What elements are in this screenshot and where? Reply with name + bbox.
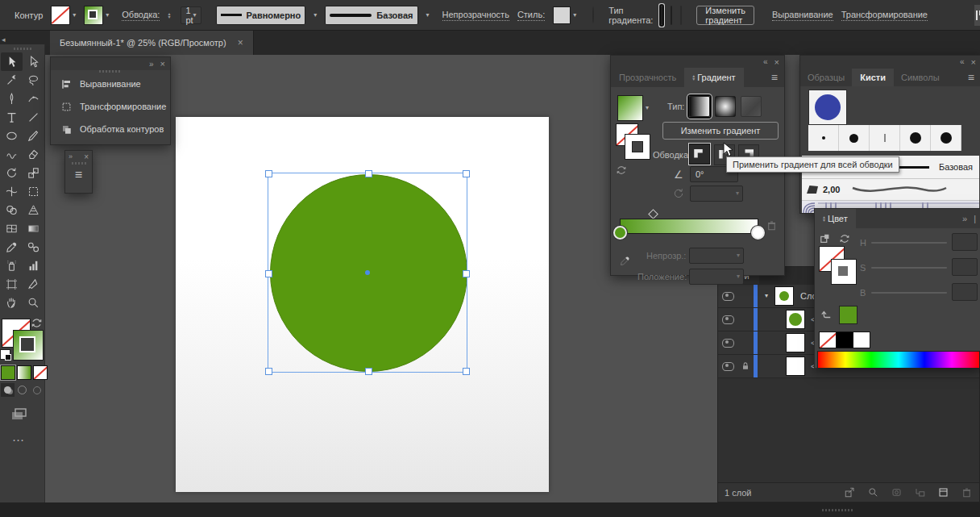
gradient-midpoint-marker[interactable] xyxy=(648,209,658,219)
brush-calligraphic-4[interactable] xyxy=(900,125,931,151)
gradient-type-radial-button[interactable] xyxy=(715,96,736,117)
close-icon[interactable]: × xyxy=(774,57,779,67)
locate-object-icon[interactable] xyxy=(867,486,879,498)
gradient-type-linear-button[interactable] xyxy=(689,96,710,117)
collapse-icon[interactable]: » xyxy=(962,214,967,223)
paint-none-button[interactable] xyxy=(33,365,48,380)
tool-column-graph[interactable] xyxy=(23,256,44,275)
saturation-value-input[interactable] xyxy=(952,258,978,276)
tool-eyedropper[interactable] xyxy=(1,238,23,256)
draw-normal-button[interactable] xyxy=(1,383,15,397)
stroke-weight-stepper[interactable] xyxy=(168,12,170,19)
tool-magic-wand[interactable] xyxy=(1,71,23,90)
swap-fill-stroke-icon[interactable] xyxy=(616,165,627,176)
tab-swatches[interactable]: Образцы xyxy=(800,69,852,86)
stroke-weight-dropdown[interactable]: 1 pt ▾ xyxy=(181,6,201,24)
stroke-proxy[interactable] xyxy=(831,259,857,285)
tool-blend[interactable] xyxy=(23,238,44,256)
variable-width-dropdown[interactable]: Равномерно xyxy=(216,6,306,25)
edit-gradient-button[interactable]: Изменить градиент xyxy=(662,122,779,140)
brush-profile-dropdown[interactable]: Базовая xyxy=(325,6,417,25)
collect-export-icon[interactable] xyxy=(844,486,856,498)
collapse-icon[interactable]: « xyxy=(763,57,768,66)
opacity-link[interactable]: Непрозрачность xyxy=(442,10,509,21)
transform-link[interactable]: Трансформирование xyxy=(841,10,928,21)
white-swatch[interactable] xyxy=(853,331,870,348)
chevron-down-icon[interactable]: ▾ xyxy=(106,12,109,19)
dock-grip[interactable] xyxy=(822,509,854,511)
layer-thumbnail[interactable] xyxy=(786,333,805,352)
tool-rotate[interactable] xyxy=(1,164,23,182)
tool-type[interactable] xyxy=(1,108,23,127)
tool-curvature[interactable] xyxy=(23,90,44,108)
selection-handle[interactable] xyxy=(463,368,470,375)
artboard[interactable] xyxy=(176,117,549,492)
tab-color[interactable]: Цвет xyxy=(815,209,856,228)
tool-pen[interactable] xyxy=(1,90,23,108)
tool-scale[interactable] xyxy=(23,164,44,182)
style-label[interactable]: Стиль: xyxy=(517,10,545,21)
selection-handle[interactable] xyxy=(463,170,470,177)
tool-selection[interactable] xyxy=(1,52,23,71)
brush-calligraphic-3[interactable] xyxy=(870,125,900,151)
close-icon[interactable]: × xyxy=(971,57,976,67)
tool-free-transform[interactable] xyxy=(23,182,44,201)
visibility-toggle[interactable] xyxy=(718,292,737,301)
color-spectrum-bar[interactable] xyxy=(817,351,980,369)
brush-calligraphic-2[interactable] xyxy=(839,125,870,151)
recolor-artwork-icon[interactable] xyxy=(592,6,594,23)
gradient-stop-start[interactable] xyxy=(613,226,627,240)
tab-transparency[interactable]: Прозрачность xyxy=(611,69,684,86)
saturation-slider[interactable] xyxy=(871,267,947,269)
layer-thumbnail[interactable] xyxy=(786,310,805,329)
tool-shaper[interactable] xyxy=(1,145,23,164)
swap-fill-stroke-icon[interactable] xyxy=(31,317,43,329)
last-color-arrow-icon[interactable] xyxy=(820,309,832,320)
tool-symbol-sprayer[interactable] xyxy=(1,256,23,275)
stroke-color-combo[interactable]: ▾ xyxy=(84,6,109,25)
brush-calligraphic-5[interactable] xyxy=(931,125,961,151)
tool-mesh[interactable] xyxy=(1,219,23,238)
tool-hand[interactable] xyxy=(1,294,23,312)
align-link[interactable]: Выравнивание xyxy=(772,10,833,21)
black-swatch[interactable] xyxy=(837,331,853,348)
paint-gradient-button[interactable] xyxy=(17,365,31,380)
chevron-down-icon[interactable]: ▾ xyxy=(765,293,768,299)
selection-handle[interactable] xyxy=(265,170,272,177)
layer-thumbnail[interactable] xyxy=(786,356,805,376)
last-color-swatch[interactable] xyxy=(839,306,858,324)
selection-handle[interactable] xyxy=(463,270,470,277)
tool-paintbrush[interactable] xyxy=(23,127,44,145)
collapse-icon[interactable]: » xyxy=(149,60,154,69)
stroke-within-button[interactable] xyxy=(690,144,709,164)
selection-handle[interactable] xyxy=(265,368,272,375)
menu-panel-button[interactable]: ≡ xyxy=(65,165,92,186)
gradient-type-linear-button[interactable] xyxy=(661,6,662,25)
document-tab[interactable]: Безымянный-1* @ 25% (RGB/Просмотр) × xyxy=(50,31,254,55)
quick-item-pathfinder[interactable]: Обработка контуров xyxy=(51,118,170,140)
new-layer-icon[interactable] xyxy=(937,486,949,498)
gradient-fill-swatch[interactable] xyxy=(617,95,643,121)
panel-menu-icon[interactable]: ≡ xyxy=(771,71,778,84)
hue-value-input[interactable] xyxy=(952,233,978,251)
style-dropdown[interactable]: ▾ xyxy=(553,6,576,24)
gradient-type-radial-button[interactable] xyxy=(671,6,672,25)
none-swatch[interactable] xyxy=(819,331,837,348)
selection-handle[interactable] xyxy=(265,270,272,277)
close-icon[interactable]: × xyxy=(238,37,243,48)
collapse-tools-icon[interactable]: ◂ xyxy=(2,35,6,44)
tab-brushes[interactable]: Кисти xyxy=(852,69,894,86)
close-icon[interactable]: × xyxy=(160,59,165,69)
tool-ellipse[interactable] xyxy=(1,127,23,145)
tool-line-segment[interactable] xyxy=(23,108,44,127)
brightness-value-input[interactable] xyxy=(952,283,978,301)
draw-inside-button[interactable] xyxy=(30,383,44,397)
selection-handle[interactable] xyxy=(365,170,372,177)
paint-color-button[interactable] xyxy=(1,365,15,380)
hue-slider[interactable] xyxy=(871,242,947,244)
chevron-down-icon[interactable]: ▾ xyxy=(646,105,649,111)
tool-shape-builder[interactable] xyxy=(1,201,23,219)
tool-gradient[interactable] xyxy=(23,219,44,238)
quick-item-transform[interactable]: Трансформирование xyxy=(51,95,170,118)
tool-lasso[interactable] xyxy=(23,71,44,90)
